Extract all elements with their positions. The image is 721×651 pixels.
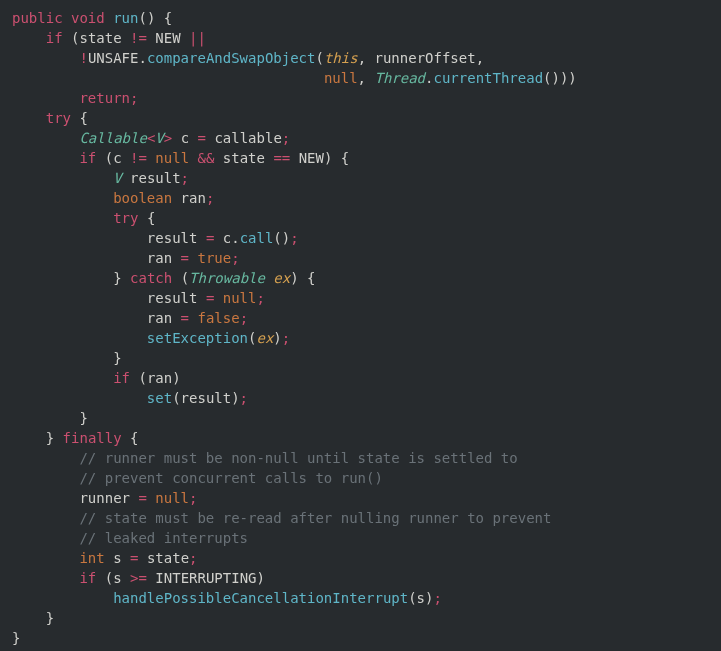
kw-null: null [324,70,358,86]
kw-this: this [324,50,358,66]
comment-4: // leaked interrupts [79,530,248,546]
ident-s: s [113,550,121,566]
comment-3: // state must be re-read after nulling r… [79,510,551,526]
keyword-boolean: boolean [113,190,172,206]
type-V: V [155,130,163,146]
ident-c: c [181,130,189,146]
ident-ran: ran [181,190,206,206]
ident-state: state [79,30,121,46]
method-run: run [113,10,138,26]
keyword-return: return [79,90,130,106]
keyword-if: if [79,150,96,166]
kw-true: true [197,250,231,266]
method-setException: setException [147,330,248,346]
keyword-try: try [113,210,138,226]
ident-callable: callable [214,130,281,146]
code-block: public void run() { if (state != NEW || … [12,8,709,648]
arg-ex: ex [273,270,290,286]
ident-result: result [130,170,181,186]
method-call: call [240,230,274,246]
method-set: set [147,390,172,406]
keyword-if: if [46,30,63,46]
type-Callable: Callable [79,130,146,146]
keyword-int: int [79,550,104,566]
keyword-finally: finally [63,430,122,446]
comment-1: // runner must be non-null until state i… [79,450,517,466]
method-cas: compareAndSwapObject [147,50,316,66]
type-Throwable: Throwable [189,270,265,286]
ident-runner: runner [79,490,130,506]
type-V: V [113,170,121,186]
keyword-void: void [71,10,105,26]
method-currentThread: currentThread [433,70,543,86]
const-UNSAFE: UNSAFE [88,50,139,66]
method-hpci: handlePossibleCancellationInterrupt [113,590,408,606]
keyword-try: try [46,110,71,126]
type-Thread: Thread [374,70,425,86]
ident-runnerOffset: runnerOffset [375,50,476,66]
kw-false: false [197,310,239,326]
const-NEW: NEW [155,30,180,46]
keyword-public: public [12,10,63,26]
const-INTERRUPTING: INTERRUPTING [155,570,256,586]
comment-2: // prevent concurrent calls to run() [79,470,382,486]
keyword-catch: catch [130,270,172,286]
